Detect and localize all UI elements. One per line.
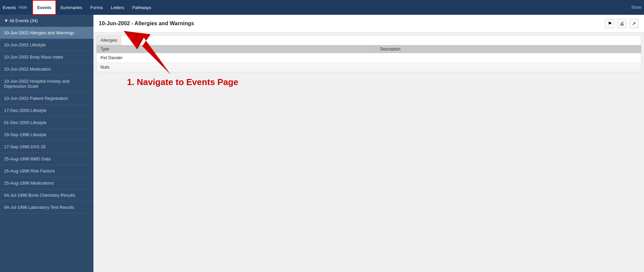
list-item[interactable]: 25-Aug-1998 BMD Data bbox=[0, 153, 93, 165]
allergies-section: Allergies Type Description Pet Dander Nu… bbox=[96, 35, 641, 72]
allergy-type: Nuts bbox=[96, 63, 376, 72]
list-item[interactable]: 17-Sep-1998 DAS 28 bbox=[0, 141, 93, 153]
list-item[interactable]: 10-Jun-2002 Lifestyle bbox=[0, 39, 93, 51]
sidebar-all-events[interactable]: ▼ All Events (34) bbox=[0, 15, 93, 27]
allergies-table: Type Description Pet Dander Nuts bbox=[96, 45, 641, 72]
nav-events-label: Events bbox=[3, 5, 16, 10]
table-row: Nuts bbox=[96, 63, 641, 72]
list-item[interactable]: 25-Aug-1998 Medications bbox=[0, 177, 93, 189]
allergy-description bbox=[376, 53, 641, 63]
hide-button[interactable]: Hide bbox=[19, 5, 27, 10]
list-item[interactable]: 10-Jun-2002 Body Mass Index bbox=[0, 51, 93, 63]
nav-item-forms[interactable]: Forms bbox=[86, 0, 107, 15]
list-item[interactable]: 10-Jun-2002 Medication bbox=[0, 63, 93, 75]
content-header: 10-Jun-2002 - Allergies and Warnings ⚑ 🖨… bbox=[93, 15, 644, 33]
allergies-tab[interactable]: Allergies bbox=[96, 36, 121, 45]
list-item[interactable]: 10-Jun-2002 Allergies and Warnings bbox=[0, 27, 93, 39]
list-item[interactable]: 29-Sep-1998 Lifestyle bbox=[0, 129, 93, 141]
col-type: Type bbox=[96, 45, 376, 53]
nav-item-summaries[interactable]: Summaries bbox=[56, 0, 86, 15]
list-item[interactable]: 10-Jun-2002 Hospital Anxiety andDepressi… bbox=[0, 75, 93, 92]
list-item[interactable]: 25-Aug-1998 Risk Factors bbox=[0, 165, 93, 177]
header-actions: ⚑ 🖨 ↗ bbox=[605, 19, 639, 28]
show-button[interactable]: Show bbox=[631, 5, 641, 10]
list-item[interactable]: 04-Jul-1998 Laboratory Test Results bbox=[0, 201, 93, 213]
share-button[interactable]: ↗ bbox=[629, 19, 639, 28]
list-item[interactable]: 17-Dec-2000 Lifestyle bbox=[0, 105, 93, 117]
sidebar: ▼ All Events (34) 10-Jun-2002 Allergies … bbox=[0, 15, 93, 272]
flag-button[interactable]: ⚑ bbox=[605, 19, 614, 28]
nav-item-letters[interactable]: Letters bbox=[107, 0, 128, 15]
annotation-text: 1. Navigate to Events Page bbox=[127, 77, 238, 87]
col-description: Description bbox=[376, 45, 641, 53]
table-row: Pet Dander bbox=[96, 53, 641, 63]
page-title: 10-Jun-2002 - Allergies and Warnings bbox=[99, 21, 194, 27]
print-button[interactable]: 🖨 bbox=[617, 19, 627, 28]
list-item[interactable]: 04-Jul-1998 Bone Chemistry Results bbox=[0, 189, 93, 201]
list-item[interactable]: 10-Jun-2002 Patient Registration bbox=[0, 92, 93, 105]
content-area: 10-Jun-2002 - Allergies and Warnings ⚑ 🖨… bbox=[93, 15, 644, 272]
main-layout: ▼ All Events (34) 10-Jun-2002 Allergies … bbox=[0, 15, 644, 272]
top-nav: Events Hide Events Summaries Forms Lette… bbox=[0, 0, 644, 15]
nav-item-events[interactable]: Events bbox=[32, 0, 56, 15]
nav-item-pathways[interactable]: Pathways bbox=[128, 0, 155, 15]
allergy-description bbox=[376, 63, 641, 72]
list-item[interactable]: 01-Dec-2000 Lifestyle bbox=[0, 117, 93, 129]
allergy-type: Pet Dander bbox=[96, 53, 376, 63]
